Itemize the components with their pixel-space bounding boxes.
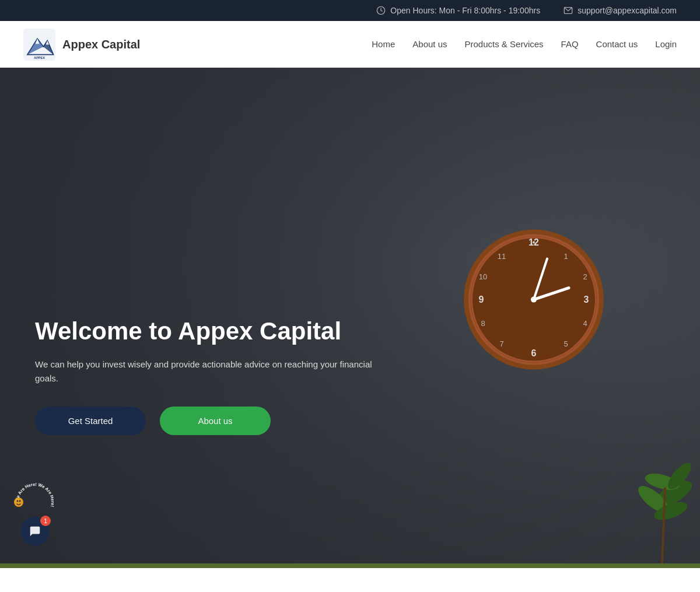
svg-point-38: [17, 500, 19, 502]
email-text: support@appexcapital.com: [578, 6, 677, 15]
svg-text:10: 10: [479, 272, 487, 281]
svg-text:11: 11: [498, 252, 506, 261]
nav-about-us[interactable]: About us: [412, 39, 447, 49]
svg-text:1: 1: [564, 252, 568, 261]
top-bar: Open Hours: Mon - Fri 8:00hrs - 19:00hrs…: [0, 0, 700, 21]
svg-point-26: [533, 241, 535, 244]
header: APPEX Appex Capital Home About us Produc…: [0, 21, 700, 68]
svg-text:2: 2: [583, 272, 587, 281]
svg-text:9: 9: [479, 295, 484, 304]
hero-title: Welcome to Appex Capital: [35, 317, 385, 346]
nav-products-services[interactable]: Products & Services: [465, 39, 544, 49]
logo-area: APPEX Appex Capital: [23, 29, 140, 61]
chat-badge: 1: [40, 516, 51, 526]
hero-content: Welcome to Appex Capital We can help you…: [0, 317, 420, 435]
svg-text:8: 8: [481, 319, 485, 328]
svg-point-29: [531, 297, 537, 303]
nav-home[interactable]: Home: [372, 39, 395, 49]
clock-icon: [376, 6, 386, 15]
hero-subtitle: We can help you invest wisely and provid…: [35, 358, 385, 386]
svg-point-39: [19, 500, 21, 502]
hero-buttons: Get Started About us: [35, 407, 385, 435]
bottom-strip: [0, 563, 700, 568]
email-item: support@appexcapital.com: [564, 6, 677, 15]
plant-decoration: [624, 447, 700, 563]
get-started-button[interactable]: Get Started: [35, 407, 146, 435]
hero-section: 12 3 6 9 1 2 4 5 7 8 10 11: [0, 68, 700, 563]
svg-text:4: 4: [583, 319, 587, 328]
nav-login[interactable]: Login: [655, 39, 677, 49]
nav-faq[interactable]: FAQ: [561, 39, 579, 49]
logo-text: Appex Capital: [62, 38, 140, 51]
open-hours-text: Open Hours: Mon - Fri 8:00hrs - 19:00hrs: [390, 6, 540, 15]
main-nav: Home About us Products & Services FAQ Co…: [372, 39, 677, 50]
open-hours-item: Open Hours: Mon - Fri 8:00hrs - 19:00hrs: [376, 6, 540, 15]
svg-text:6: 6: [531, 348, 537, 358]
logo-icon: APPEX: [23, 29, 55, 61]
clock-decoration: 12 3 6 9 1 2 4 5 7 8 10 11: [461, 227, 607, 375]
email-icon: [564, 6, 573, 15]
about-us-button[interactable]: About us: [160, 407, 271, 435]
svg-text:7: 7: [499, 339, 503, 348]
svg-point-37: [14, 498, 23, 507]
svg-text:3: 3: [584, 295, 589, 304]
svg-text:APPEX: APPEX: [34, 56, 45, 59]
chat-open-button[interactable]: 1: [20, 517, 50, 546]
svg-text:5: 5: [564, 339, 568, 348]
nav-contact-us[interactable]: Contact us: [596, 39, 638, 49]
chat-widget[interactable]: We Are Here! We Are Here! 1: [12, 479, 58, 546]
